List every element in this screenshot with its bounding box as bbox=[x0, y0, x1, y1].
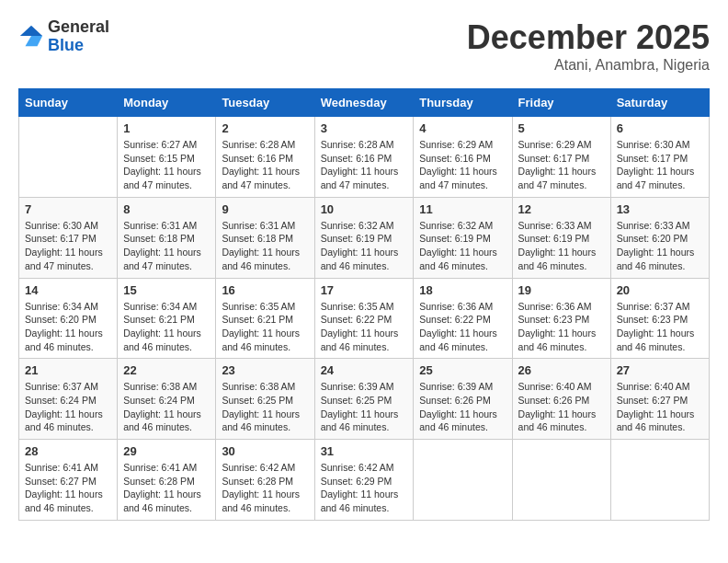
calendar-cell: 30Sunrise: 6:42 AMSunset: 6:28 PMDayligh… bbox=[216, 440, 314, 521]
day-info: Sunrise: 6:31 AMSunset: 6:18 PMDaylight:… bbox=[123, 219, 210, 273]
day-number: 27 bbox=[617, 363, 703, 377]
day-info: Sunrise: 6:36 AMSunset: 6:23 PMDaylight:… bbox=[518, 300, 605, 354]
calendar-cell: 3Sunrise: 6:28 AMSunset: 6:16 PMDaylight… bbox=[314, 117, 414, 198]
calendar-cell: 1Sunrise: 6:27 AMSunset: 6:15 PMDaylight… bbox=[118, 117, 216, 198]
calendar-cell bbox=[610, 440, 709, 521]
day-info: Sunrise: 6:39 AMSunset: 6:26 PMDaylight:… bbox=[419, 380, 506, 434]
calendar-week-2: 7Sunrise: 6:30 AMSunset: 6:17 PMDaylight… bbox=[19, 197, 710, 278]
calendar-cell: 9Sunrise: 6:31 AMSunset: 6:18 PMDaylight… bbox=[216, 197, 314, 278]
day-number: 1 bbox=[123, 121, 210, 135]
calendar-cell: 27Sunrise: 6:40 AMSunset: 6:27 PMDayligh… bbox=[610, 359, 709, 440]
day-info: Sunrise: 6:35 AMSunset: 6:22 PMDaylight:… bbox=[321, 300, 408, 354]
calendar-cell: 20Sunrise: 6:37 AMSunset: 6:23 PMDayligh… bbox=[610, 278, 709, 359]
day-number: 8 bbox=[123, 202, 210, 216]
day-number: 7 bbox=[25, 202, 111, 216]
calendar-cell bbox=[512, 440, 610, 521]
day-number: 6 bbox=[617, 121, 703, 135]
calendar-cell: 26Sunrise: 6:40 AMSunset: 6:26 PMDayligh… bbox=[512, 359, 610, 440]
day-info: Sunrise: 6:42 AMSunset: 6:29 PMDaylight:… bbox=[321, 461, 408, 515]
page-header: General Blue December 2025 Atani, Anambr… bbox=[18, 18, 710, 74]
day-info: Sunrise: 6:30 AMSunset: 6:17 PMDaylight:… bbox=[617, 138, 703, 192]
day-number: 4 bbox=[419, 121, 506, 135]
calendar-cell: 31Sunrise: 6:42 AMSunset: 6:29 PMDayligh… bbox=[314, 440, 414, 521]
calendar-week-3: 14Sunrise: 6:34 AMSunset: 6:20 PMDayligh… bbox=[19, 278, 710, 359]
day-info: Sunrise: 6:37 AMSunset: 6:24 PMDaylight:… bbox=[25, 380, 111, 434]
day-info: Sunrise: 6:31 AMSunset: 6:18 PMDaylight:… bbox=[222, 219, 308, 273]
day-number: 19 bbox=[518, 283, 605, 297]
day-number: 16 bbox=[222, 283, 308, 297]
calendar-cell: 21Sunrise: 6:37 AMSunset: 6:24 PMDayligh… bbox=[19, 359, 118, 440]
calendar-cell: 28Sunrise: 6:41 AMSunset: 6:27 PMDayligh… bbox=[19, 440, 118, 521]
calendar-header-thursday: Thursday bbox=[414, 89, 512, 117]
day-number: 9 bbox=[222, 202, 308, 216]
logo-text: General Blue bbox=[48, 18, 109, 55]
calendar-header-monday: Monday bbox=[118, 89, 216, 117]
calendar-cell: 11Sunrise: 6:32 AMSunset: 6:19 PMDayligh… bbox=[414, 197, 512, 278]
day-number: 2 bbox=[222, 121, 308, 135]
day-info: Sunrise: 6:34 AMSunset: 6:20 PMDaylight:… bbox=[25, 300, 111, 354]
calendar-cell: 22Sunrise: 6:38 AMSunset: 6:24 PMDayligh… bbox=[118, 359, 216, 440]
calendar-header-row: SundayMondayTuesdayWednesdayThursdayFrid… bbox=[19, 89, 710, 117]
day-info: Sunrise: 6:37 AMSunset: 6:23 PMDaylight:… bbox=[617, 300, 703, 354]
calendar-header-tuesday: Tuesday bbox=[216, 89, 314, 117]
calendar-cell: 23Sunrise: 6:38 AMSunset: 6:25 PMDayligh… bbox=[216, 359, 314, 440]
month-title: December 2025 bbox=[467, 18, 710, 57]
location-title: Atani, Anambra, Nigeria bbox=[467, 57, 710, 74]
day-number: 10 bbox=[321, 202, 408, 216]
day-info: Sunrise: 6:38 AMSunset: 6:24 PMDaylight:… bbox=[123, 380, 210, 434]
day-info: Sunrise: 6:33 AMSunset: 6:20 PMDaylight:… bbox=[617, 219, 703, 273]
day-number: 28 bbox=[25, 444, 111, 458]
day-info: Sunrise: 6:28 AMSunset: 6:16 PMDaylight:… bbox=[321, 138, 408, 192]
day-info: Sunrise: 6:30 AMSunset: 6:17 PMDaylight:… bbox=[25, 219, 111, 273]
day-number: 24 bbox=[321, 363, 408, 377]
calendar-header-friday: Friday bbox=[512, 89, 610, 117]
calendar-cell: 5Sunrise: 6:29 AMSunset: 6:17 PMDaylight… bbox=[512, 117, 610, 198]
day-number: 22 bbox=[123, 363, 210, 377]
logo: General Blue bbox=[18, 18, 109, 55]
calendar-cell: 7Sunrise: 6:30 AMSunset: 6:17 PMDaylight… bbox=[19, 197, 118, 278]
day-info: Sunrise: 6:40 AMSunset: 6:27 PMDaylight:… bbox=[617, 380, 703, 434]
calendar-cell: 8Sunrise: 6:31 AMSunset: 6:18 PMDaylight… bbox=[118, 197, 216, 278]
day-info: Sunrise: 6:36 AMSunset: 6:22 PMDaylight:… bbox=[419, 300, 506, 354]
logo-general: General bbox=[48, 18, 109, 37]
day-number: 25 bbox=[419, 363, 506, 377]
day-info: Sunrise: 6:33 AMSunset: 6:19 PMDaylight:… bbox=[518, 219, 605, 273]
calendar-cell: 29Sunrise: 6:41 AMSunset: 6:28 PMDayligh… bbox=[118, 440, 216, 521]
day-info: Sunrise: 6:32 AMSunset: 6:19 PMDaylight:… bbox=[419, 219, 506, 273]
day-info: Sunrise: 6:32 AMSunset: 6:19 PMDaylight:… bbox=[321, 219, 408, 273]
day-number: 23 bbox=[222, 363, 308, 377]
day-number: 20 bbox=[617, 283, 703, 297]
calendar-cell: 25Sunrise: 6:39 AMSunset: 6:26 PMDayligh… bbox=[414, 359, 512, 440]
day-info: Sunrise: 6:38 AMSunset: 6:25 PMDaylight:… bbox=[222, 380, 308, 434]
day-number: 31 bbox=[321, 444, 408, 458]
day-number: 18 bbox=[419, 283, 506, 297]
day-info: Sunrise: 6:27 AMSunset: 6:15 PMDaylight:… bbox=[123, 138, 210, 192]
logo-icon bbox=[18, 24, 44, 50]
day-info: Sunrise: 6:29 AMSunset: 6:17 PMDaylight:… bbox=[518, 138, 605, 192]
day-number: 17 bbox=[321, 283, 408, 297]
day-info: Sunrise: 6:29 AMSunset: 6:16 PMDaylight:… bbox=[419, 138, 506, 192]
calendar-cell: 14Sunrise: 6:34 AMSunset: 6:20 PMDayligh… bbox=[19, 278, 118, 359]
calendar-header-sunday: Sunday bbox=[19, 89, 118, 117]
calendar-cell: 13Sunrise: 6:33 AMSunset: 6:20 PMDayligh… bbox=[610, 197, 709, 278]
day-number: 14 bbox=[25, 283, 111, 297]
day-number: 5 bbox=[518, 121, 605, 135]
day-info: Sunrise: 6:42 AMSunset: 6:28 PMDaylight:… bbox=[222, 461, 308, 515]
logo-blue: Blue bbox=[48, 37, 109, 55]
calendar-cell: 12Sunrise: 6:33 AMSunset: 6:19 PMDayligh… bbox=[512, 197, 610, 278]
calendar-week-4: 21Sunrise: 6:37 AMSunset: 6:24 PMDayligh… bbox=[19, 359, 710, 440]
day-number: 30 bbox=[222, 444, 308, 458]
calendar-cell bbox=[414, 440, 512, 521]
day-number: 29 bbox=[123, 444, 210, 458]
day-number: 21 bbox=[25, 363, 111, 377]
calendar-cell: 4Sunrise: 6:29 AMSunset: 6:16 PMDaylight… bbox=[414, 117, 512, 198]
calendar-week-5: 28Sunrise: 6:41 AMSunset: 6:27 PMDayligh… bbox=[19, 440, 710, 521]
calendar-cell bbox=[19, 117, 118, 198]
calendar-table: SundayMondayTuesdayWednesdayThursdayFrid… bbox=[18, 88, 710, 521]
day-number: 3 bbox=[321, 121, 408, 135]
calendar-cell: 16Sunrise: 6:35 AMSunset: 6:21 PMDayligh… bbox=[216, 278, 314, 359]
day-number: 26 bbox=[518, 363, 605, 377]
day-number: 15 bbox=[123, 283, 210, 297]
calendar-cell: 6Sunrise: 6:30 AMSunset: 6:17 PMDaylight… bbox=[610, 117, 709, 198]
day-info: Sunrise: 6:28 AMSunset: 6:16 PMDaylight:… bbox=[222, 138, 308, 192]
